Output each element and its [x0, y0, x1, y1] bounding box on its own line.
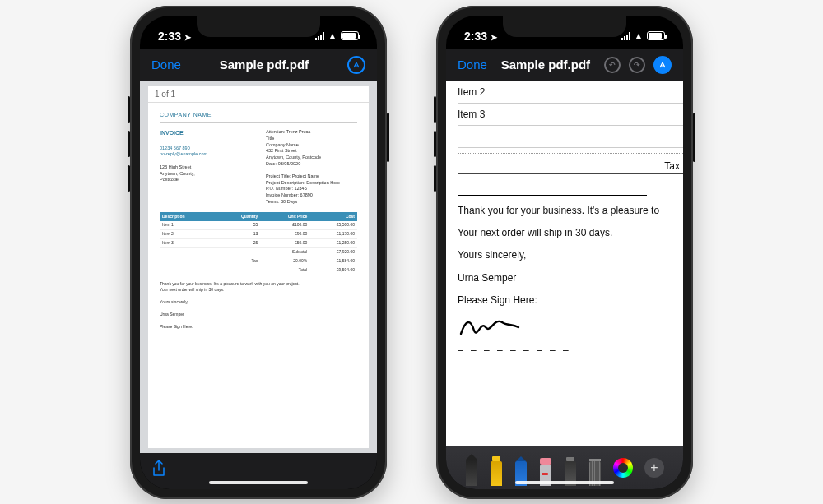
table-row: Item 213£90.00£1,170.00: [160, 229, 357, 238]
to-title: Title: [266, 136, 357, 142]
tool-marker[interactable]: [490, 456, 503, 486]
divider-dotted: [458, 153, 683, 154]
date: Date: 03/05/2020: [266, 161, 357, 168]
company-name: COMPANY NAME: [160, 111, 357, 119]
page-indicator: 1 of 1: [148, 86, 369, 103]
sign-here: Please Sign Here:: [160, 324, 357, 331]
thanks-text: Thank you for your business. It's a plea…: [160, 281, 357, 288]
ship-text: Your next order will ship in 30 days.: [160, 287, 357, 294]
signature-drawing: [458, 316, 683, 341]
table-row: Item 325£50.00£1,250.00: [160, 238, 357, 247]
wifi-icon: ▲: [634, 30, 644, 42]
undo-icon: ↶: [604, 57, 621, 73]
signature-line: – – – – – – – – –: [458, 344, 683, 356]
terms: Terms: 30 Days: [266, 199, 357, 206]
cellular-icon: [621, 32, 630, 40]
sender-addr1: 123 High Street: [160, 164, 251, 171]
pdf-page-zoomed: Item 2 Item 3 Tax Thank you for your bus…: [446, 81, 683, 427]
home-indicator[interactable]: [209, 481, 308, 484]
sender-addr2: Anytown, County,: [160, 171, 251, 178]
yours: Yours sincerely,: [160, 299, 357, 306]
divider-thick: [458, 195, 647, 196]
location-icon: ➤: [182, 33, 191, 42]
markup-icon[interactable]: [653, 56, 672, 74]
nav-title: Sample pdf.pdf: [220, 58, 309, 72]
ship-text: Your next order will ship in 30 days.: [458, 226, 683, 240]
table-row: Item 3: [458, 104, 683, 126]
to-addr1: 432 First Street: [266, 148, 357, 155]
screen-left: 2:33 ➤ ▲ Done Sample pdf.pdf 1 of 1 COMP…: [140, 16, 377, 489]
to-addr2: Anytown, County, Postcode: [266, 155, 357, 161]
screen-right: 2:33 ➤ ▲ Done Sample pdf.pdf ↶ ↷ Item 2 …: [446, 16, 683, 489]
thanks-text: Thank you for your business. It's a plea…: [458, 204, 683, 218]
invoice-heading: INVOICE: [160, 129, 251, 137]
th-qty: Quantity: [216, 212, 261, 221]
location-icon: ➤: [488, 33, 497, 42]
wifi-icon: ▲: [328, 30, 337, 42]
status-time: 2:33 ➤: [464, 30, 497, 43]
sender-phone: 01234 567 890: [160, 146, 251, 152]
markup-icon[interactable]: [347, 56, 365, 74]
th-desc: Description: [160, 212, 216, 221]
th-cost: Cost: [309, 212, 357, 221]
sender-addr3: Postcode: [160, 177, 251, 183]
nav-bar: Done Sample pdf.pdf ↶ ↷: [446, 49, 683, 81]
yours: Yours sincerely,: [458, 248, 683, 262]
subtotal-row: Subtotal£7,920.00: [160, 247, 357, 257]
status-indicators: ▲: [621, 30, 665, 42]
color-picker[interactable]: [613, 458, 633, 478]
th-unitprice: Unit Price: [260, 212, 309, 221]
po-number: P.O. Number: 12346: [266, 186, 357, 192]
cellular-icon: [315, 32, 324, 40]
done-button[interactable]: Done: [458, 58, 487, 72]
phone-right: 2:33 ➤ ▲ Done Sample pdf.pdf ↶ ↷ Item 2 …: [436, 6, 693, 499]
pdf-viewport[interactable]: Item 2 Item 3 Tax Thank you for your bus…: [446, 81, 683, 446]
project-desc: Project Description: Description Here: [266, 180, 357, 187]
status-indicators: ▲: [315, 30, 359, 42]
attn: Attention: Trenz Pruca: [266, 129, 357, 136]
tax-label: Tax: [458, 155, 683, 174]
signer: Urna Semper: [458, 271, 683, 285]
notch: [197, 16, 320, 37]
total-row: Total£9,504.00: [160, 266, 357, 275]
project-title: Project Title: Project Name: [266, 173, 357, 180]
to-company: Company Name: [266, 142, 357, 149]
notch: [503, 16, 626, 37]
share-icon[interactable]: [151, 460, 166, 482]
invoice-number: Invoice Number: 67890: [266, 192, 357, 199]
tool-pen[interactable]: [465, 454, 478, 486]
redo-icon: ↷: [629, 57, 645, 73]
sender-email: no-reply@example.com: [160, 151, 251, 158]
table-row: Item 155£100.00£5,500.00: [160, 221, 357, 230]
add-button[interactable]: +: [644, 458, 664, 478]
tax-row: Tax20.00%£1,584.00: [160, 257, 357, 266]
nav-title: Sample pdf.pdf: [501, 58, 590, 72]
table-row: [458, 126, 683, 148]
status-time: 2:33 ➤: [158, 30, 191, 43]
divider: [458, 183, 683, 183]
signer: Urna Semper: [160, 312, 357, 318]
pdf-page: COMPANY NAME INVOICE 01234 567 890 no-re…: [148, 103, 369, 448]
home-indicator[interactable]: [515, 481, 614, 484]
table-row: Item 2: [458, 81, 683, 104]
done-button[interactable]: Done: [151, 58, 181, 72]
phone-left: 2:33 ➤ ▲ Done Sample pdf.pdf 1 of 1 COMP…: [130, 6, 387, 499]
invoice-table: Description Quantity Unit Price Cost Ite…: [160, 212, 357, 275]
pdf-viewport[interactable]: 1 of 1 COMPANY NAME INVOICE 01234 567 89…: [140, 81, 377, 453]
nav-bar: Done Sample pdf.pdf: [140, 49, 377, 81]
battery-icon: [341, 31, 359, 40]
battery-icon: [647, 31, 665, 40]
sign-here: Please Sign Here:: [458, 294, 683, 307]
